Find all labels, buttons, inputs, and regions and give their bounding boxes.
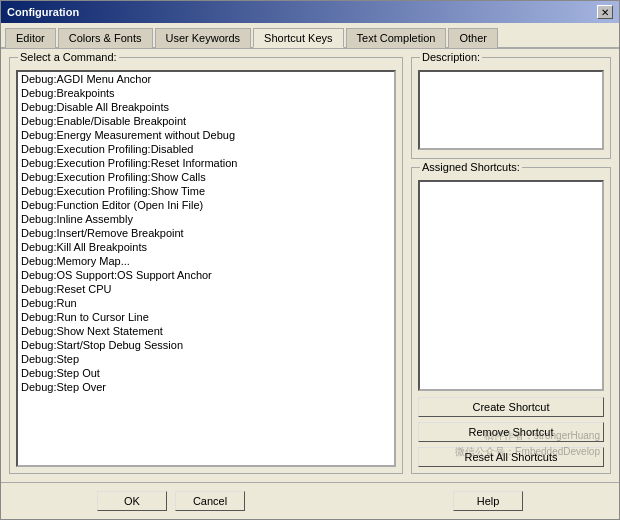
- list-item[interactable]: Debug:Energy Measurement without Debug: [18, 128, 394, 142]
- close-button[interactable]: ✕: [597, 5, 613, 19]
- shortcuts-group: Assigned Shortcuts: Create Shortcut Remo…: [411, 167, 611, 474]
- shortcuts-label: Assigned Shortcuts:: [420, 161, 522, 173]
- tab-shortcut-keys[interactable]: Shortcut Keys: [253, 28, 343, 48]
- help-button[interactable]: Help: [453, 491, 523, 511]
- tab-text-completion[interactable]: Text Completion: [346, 28, 447, 48]
- window-title: Configuration: [7, 6, 79, 18]
- list-item[interactable]: Debug:Run to Cursor Line: [18, 310, 394, 324]
- cancel-button[interactable]: Cancel: [175, 491, 245, 511]
- list-item[interactable]: Debug:OS Support:OS Support Anchor: [18, 268, 394, 282]
- description-label: Description:: [420, 51, 482, 63]
- right-panel: Description: Assigned Shortcuts: Create …: [411, 57, 611, 474]
- create-shortcut-button[interactable]: Create Shortcut: [418, 397, 604, 417]
- shortcut-buttons: Create Shortcut Remove Shortcut Reset Al…: [418, 397, 604, 467]
- list-item[interactable]: Debug:Execution Profiling:Show Calls: [18, 170, 394, 184]
- tab-colors-fonts[interactable]: Colors & Fonts: [58, 28, 153, 48]
- description-group: Description:: [411, 57, 611, 159]
- list-item[interactable]: Debug:Execution Profiling:Reset Informat…: [18, 156, 394, 170]
- configuration-dialog: Configuration ✕ Editor Colors & Fonts Us…: [0, 0, 620, 520]
- reset-shortcuts-button[interactable]: Reset All Shortcuts: [418, 447, 604, 467]
- list-item[interactable]: Debug:Execution Profiling:Disabled: [18, 142, 394, 156]
- tab-bar: Editor Colors & Fonts User Keywords Shor…: [1, 23, 619, 49]
- list-item[interactable]: Debug:AGDI Menu Anchor: [18, 72, 394, 86]
- list-item[interactable]: Debug:Run: [18, 296, 394, 310]
- remove-shortcut-button[interactable]: Remove Shortcut: [418, 422, 604, 442]
- tab-other[interactable]: Other: [448, 28, 498, 48]
- list-item[interactable]: Debug:Kill All Breakpoints: [18, 240, 394, 254]
- footer: OK Cancel Help: [1, 482, 619, 519]
- list-item[interactable]: Debug:Start/Stop Debug Session: [18, 338, 394, 352]
- list-item[interactable]: Debug:Step Over: [18, 380, 394, 394]
- tab-editor[interactable]: Editor: [5, 28, 56, 48]
- list-item[interactable]: Debug:Reset CPU: [18, 282, 394, 296]
- shortcuts-list: [418, 180, 604, 391]
- tab-user-keywords[interactable]: User Keywords: [155, 28, 252, 48]
- list-item[interactable]: Debug:Insert/Remove Breakpoint: [18, 226, 394, 240]
- description-textarea[interactable]: [418, 70, 604, 150]
- command-group: Select a Command: Debug:AGDI Menu Anchor…: [9, 57, 403, 474]
- list-item[interactable]: Debug:Step: [18, 352, 394, 366]
- list-item[interactable]: Debug:Show Next Statement: [18, 324, 394, 338]
- list-item[interactable]: Debug:Memory Map...: [18, 254, 394, 268]
- command-group-label: Select a Command:: [18, 51, 119, 63]
- list-item[interactable]: Debug:Step Out: [18, 366, 394, 380]
- command-list[interactable]: Debug:AGDI Menu AnchorDebug:BreakpointsD…: [16, 70, 396, 467]
- list-item[interactable]: Debug:Execution Profiling:Show Time: [18, 184, 394, 198]
- ok-button[interactable]: OK: [97, 491, 167, 511]
- list-item[interactable]: Debug:Disable All Breakpoints: [18, 100, 394, 114]
- left-panel: Select a Command: Debug:AGDI Menu Anchor…: [9, 57, 403, 474]
- title-bar: Configuration ✕: [1, 1, 619, 23]
- list-item[interactable]: Debug:Function Editor (Open Ini File): [18, 198, 394, 212]
- list-item[interactable]: Debug:Enable/Disable Breakpoint: [18, 114, 394, 128]
- list-item[interactable]: Debug:Inline Assembly: [18, 212, 394, 226]
- list-item[interactable]: Debug:Breakpoints: [18, 86, 394, 100]
- main-content: Select a Command: Debug:AGDI Menu Anchor…: [1, 49, 619, 482]
